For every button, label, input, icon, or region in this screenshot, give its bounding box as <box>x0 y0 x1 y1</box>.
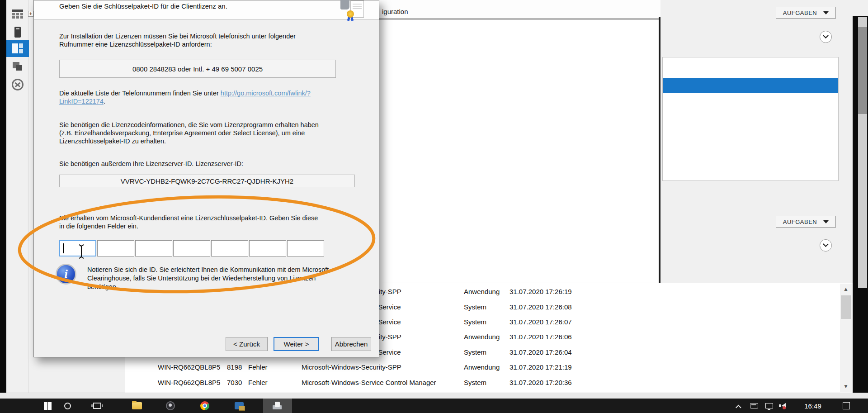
keyboard-icon <box>750 403 758 408</box>
sidebar-item-modules[interactable] <box>6 5 29 23</box>
key-pack-id-field-2[interactable] <box>97 240 134 256</box>
event-cell-level: Fehler <box>248 379 302 386</box>
event-table-row[interactable]: WIN-RQ662QBL8P57030FehlerMicrosoft-Windo… <box>125 375 839 389</box>
enter-id-text: Sie erhalten vom Microsoft-Kundendienst … <box>59 214 321 230</box>
event-cell-log: Anwendung <box>464 363 509 371</box>
tasks-button-label: AUFGABEN <box>783 9 817 16</box>
next-button[interactable]: Weiter > <box>274 337 319 351</box>
key-pack-id-field-4[interactable] <box>173 240 210 256</box>
intro-text: Zur Installation der Lizenzen müssen Sie… <box>59 32 321 48</box>
obs-icon <box>166 401 175 410</box>
phone-number-box: 0800 2848283 oder Intl. + 49 69 5007 002… <box>59 60 336 78</box>
rd-licensing-icon <box>273 402 283 410</box>
chrome-button[interactable] <box>196 399 213 413</box>
key-pack-id-field-6[interactable] <box>249 240 286 256</box>
dropdown-arrow-icon <box>823 11 829 14</box>
action-center-button[interactable] <box>837 399 855 413</box>
search-button[interactable] <box>60 399 75 413</box>
sidebar-item-remote[interactable] <box>6 76 29 93</box>
right-panel-list[interactable] <box>662 57 839 181</box>
back-button[interactable]: < Zurück <box>226 337 268 351</box>
dropdown-arrow-icon <box>823 220 829 223</box>
collections-copy-icon <box>13 62 23 71</box>
event-cell-time: 31.07.2020 17:26:08 <box>509 303 839 311</box>
collapse-section-button[interactable] <box>820 31 832 43</box>
dashboard-layout-icon <box>12 43 23 53</box>
window-bottom-strip <box>0 393 868 399</box>
chevron-up-icon <box>736 404 741 410</box>
volume-tray-button[interactable] <box>777 399 790 413</box>
selected-list-row[interactable] <box>663 78 838 93</box>
event-cell-time: 31.07.2020 17:21:19 <box>509 363 839 371</box>
modules-grid-icon <box>12 9 23 19</box>
taskbar: 16:49 <box>0 399 868 413</box>
server-manager-icon <box>235 402 244 409</box>
event-cell-id: 8198 <box>227 363 248 371</box>
display-tray-button[interactable] <box>762 399 776 413</box>
tasks-dropdown-button[interactable]: AUFGABEN <box>776 7 836 19</box>
event-cell-log: System <box>464 318 509 326</box>
rd-licensing-active-button[interactable] <box>263 399 292 413</box>
volume-muted-icon <box>782 403 786 408</box>
sidebar-item-licensing-selected[interactable] <box>6 40 29 57</box>
tasks-button-label: AUFGABEN <box>783 218 817 225</box>
event-scrollbar[interactable]: ▲ ▼ <box>840 284 852 392</box>
phone-list-prefix: Die aktuelle Liste der Telefonnummern fi… <box>59 90 221 97</box>
license-server-id-box: VVRVC-YDHB2-FQWK9-2C7CG-RRC27-QJDHR-KJYH… <box>59 175 355 187</box>
search-icon <box>64 403 71 409</box>
window-scrollbar-thumb[interactable] <box>858 27 867 114</box>
license-wizard-dialog: Geben Sie die Schlüsselpaket-ID für die … <box>33 0 379 357</box>
scroll-up-icon[interactable]: ▲ <box>840 284 852 294</box>
event-scrollbar-thumb[interactable] <box>841 295 851 319</box>
phone-number: 0800 2848283 oder Intl. + 49 69 5007 002… <box>132 65 263 73</box>
certificate-icon <box>332 0 373 19</box>
left-toolbar <box>6 0 29 399</box>
event-table-row[interactable]: WIN-RQ662QBL8P58198FehlerMicrosoft-Windo… <box>125 360 839 375</box>
touch-keyboard-button[interactable] <box>747 399 761 413</box>
cancel-button[interactable]: Abbrechen <box>331 337 371 351</box>
start-button[interactable] <box>40 399 55 413</box>
remote-circle-icon <box>12 79 24 90</box>
event-cell-source: Microsoft-Windows-Security-SPP <box>302 363 464 371</box>
key-pack-id-field-1[interactable] <box>59 240 96 256</box>
note-text: Notieren Sie sich die ID. Sie erleichter… <box>87 266 340 291</box>
clock[interactable]: 16:49 <box>801 399 825 413</box>
key-pack-id-field-5[interactable] <box>211 240 248 256</box>
sidebar-item-server[interactable] <box>6 24 29 41</box>
notification-square-icon <box>843 402 850 409</box>
key-pack-id-field-3[interactable] <box>135 240 172 256</box>
tree-expander-plus[interactable]: + <box>28 11 33 17</box>
sidebar-item-collections[interactable] <box>6 58 29 75</box>
event-cell-level: Fehler <box>248 363 302 371</box>
text-caret <box>63 243 64 253</box>
event-cell-server: WIN-RQ662QBL8P5 <box>158 379 227 386</box>
event-cell-log: System <box>464 379 509 386</box>
phone-list-suffix: . <box>104 98 105 105</box>
hidden-icons-button[interactable] <box>733 399 745 413</box>
event-cell-time: 31.07.2020 17:26:19 <box>509 288 839 295</box>
wizard-title: Geben Sie die Schlüsselpaket-ID für die … <box>59 2 227 10</box>
display-icon <box>765 403 773 408</box>
event-cell-time: 31.07.2020 17:26:07 <box>509 318 839 326</box>
event-cell-log: System <box>464 348 509 356</box>
clock-label: 16:49 <box>804 402 821 410</box>
file-explorer-button[interactable] <box>128 399 146 413</box>
event-cell-log: System <box>464 303 509 311</box>
event-cell-server: WIN-RQ662QBL8P5 <box>158 363 227 371</box>
event-cell-log: Anwendung <box>464 288 509 295</box>
event-cell-source: Microsoft-Windows-Service Control Manage… <box>302 379 464 386</box>
key-pack-id-field-7[interactable] <box>287 240 324 256</box>
folder-icon <box>132 402 142 409</box>
event-cell-time: 31.07.2020 17:26:06 <box>509 333 839 341</box>
scroll-down-icon[interactable]: ▼ <box>840 381 852 392</box>
task-view-button[interactable] <box>89 399 106 413</box>
server-id-label: Sie benötigen außerdem Ihre Lizenzserver… <box>59 160 321 168</box>
server-manager-button[interactable] <box>230 399 249 413</box>
event-cell-time: 31.07.2020 17:20:36 <box>509 379 839 386</box>
obs-button[interactable] <box>162 399 179 413</box>
tasks-dropdown-button-2[interactable]: AUFGABEN <box>776 216 836 228</box>
info-icon: i <box>56 264 76 285</box>
collapse-section-button-2[interactable] <box>820 239 832 252</box>
task-view-icon <box>93 403 101 409</box>
chevron-down-icon <box>823 33 829 38</box>
